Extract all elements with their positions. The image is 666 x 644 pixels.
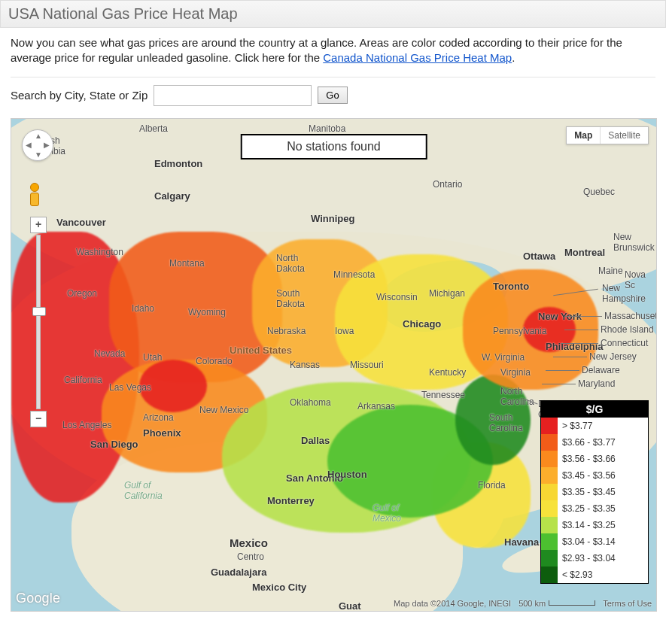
zoom-out-button[interactable]: − — [30, 411, 47, 427]
search-label: Search by City, State or Zip — [11, 89, 147, 102]
zoom-slider-rail[interactable] — [36, 235, 41, 409]
map-scale: 500 km — [519, 599, 595, 608]
legend-row: $3.04 - $3.14 — [541, 533, 648, 550]
pan-down-icon[interactable]: ▼ — [35, 150, 42, 159]
legend-row: $3.45 - $3.56 — [541, 467, 648, 484]
intro-text-pre: Now you can see what gas prices are arou… — [11, 36, 622, 64]
zoom-control: + − — [31, 217, 46, 427]
legend-row: $2.93 - $3.04 — [541, 550, 648, 567]
pan-control[interactable]: ▲ ▼ ◀ ▶ — [22, 129, 53, 161]
legend-row: < $2.93 — [541, 567, 648, 583]
legend-row: $3.25 - $3.35 — [541, 500, 648, 517]
leader-line — [542, 384, 576, 384]
map-copyright: Map data ©2014 Google, INEGI — [394, 599, 511, 608]
map-type-switch: Map Satellite — [566, 126, 649, 144]
go-button[interactable]: Go — [318, 87, 347, 104]
terms-link[interactable]: Terms of Use — [603, 599, 652, 608]
zoom-slider-handle[interactable] — [32, 307, 46, 316]
pan-left-icon[interactable]: ◀ — [26, 141, 32, 149]
search-row: Search by City, State or Zip Go — [11, 85, 655, 112]
leader-line — [564, 330, 598, 330]
no-stations-notice: No stations found — [240, 134, 427, 159]
legend-header: $/G — [541, 401, 648, 418]
leader-line — [553, 357, 587, 357]
pan-right-icon[interactable]: ▶ — [44, 141, 50, 149]
legend-row: $3.35 - $3.45 — [541, 484, 648, 500]
price-legend: $/G > $3.77 $3.66 - $3.77 $3.56 - $3.66 … — [540, 400, 649, 584]
dollar-icon: $/G — [586, 403, 604, 415]
search-input[interactable] — [154, 85, 312, 106]
page-title: USA National Gas Price Heat Map — [0, 0, 666, 28]
legend-row: > $3.77 — [541, 418, 648, 434]
legend-row: $3.66 - $3.77 — [541, 434, 648, 451]
intro-paragraph: Now you can see what gas prices are arou… — [11, 35, 655, 66]
pan-up-icon[interactable]: ▲ — [35, 132, 42, 140]
streetview-pegman-icon[interactable] — [28, 183, 41, 205]
map-attribution: Map data ©2014 Google, INEGI 500 km Term… — [394, 599, 652, 608]
scalebar-icon — [549, 600, 595, 606]
map-type-map[interactable]: Map — [567, 127, 600, 144]
intro-text-post: . — [512, 51, 515, 64]
zoom-in-button[interactable]: + — [30, 217, 47, 233]
legend-row: $3.14 - $3.25 — [541, 517, 648, 533]
legend-row: $3.56 - $3.66 — [541, 451, 648, 467]
leader-line — [564, 316, 602, 317]
divider — [11, 77, 655, 77]
leader-line — [561, 343, 598, 344]
canada-heatmap-link[interactable]: Canada National Gas Price Heat Map — [323, 51, 512, 64]
map-canvas[interactable]: Alberta Manitoba Ontario Quebec New Brun… — [11, 118, 657, 612]
leader-line — [546, 370, 579, 371]
heat-region — [139, 360, 207, 412]
map-type-satellite[interactable]: Satellite — [600, 127, 648, 144]
google-logo: Google — [16, 591, 60, 606]
